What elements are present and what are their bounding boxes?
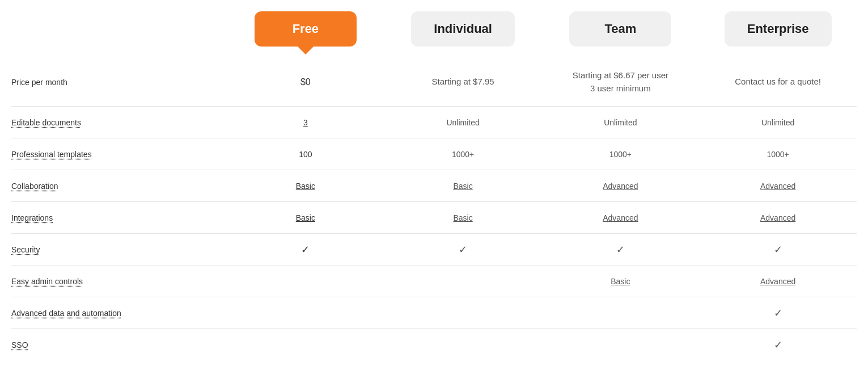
- enterprise-plan-badge[interactable]: Enterprise: [725, 11, 832, 47]
- collaboration-free: Basic: [227, 182, 384, 191]
- integrations-free: Basic: [227, 213, 384, 222]
- professional-templates-label: Professional templates: [11, 150, 227, 159]
- team-plan-badge[interactable]: Team: [569, 11, 671, 47]
- editable-documents-team: Unlimited: [542, 118, 700, 127]
- integrations-team: Advanced: [542, 213, 700, 222]
- sso-enterprise: ✓: [699, 339, 857, 351]
- sso-row: SSO ✓: [11, 328, 857, 360]
- professional-templates-row: Professional templates 100 1000+ 1000+ 1…: [11, 138, 857, 170]
- editable-documents-individual: Unlimited: [384, 118, 542, 127]
- easy-admin-controls-row: Easy admin controls Basic Advanced: [11, 265, 857, 297]
- integrations-individual: Basic: [384, 213, 542, 222]
- header-row: Free Individual Team Enterprise: [0, 11, 868, 47]
- security-enterprise: ✓: [699, 243, 857, 256]
- easy-admin-controls-team: Basic: [542, 277, 700, 286]
- plan-enterprise-header: Enterprise: [699, 11, 857, 47]
- collaboration-enterprise: Advanced: [699, 182, 857, 191]
- team-price: Starting at $6.67 per user 3 user minimu…: [542, 69, 700, 95]
- editable-documents-enterprise: Unlimited: [699, 118, 857, 127]
- free-price: $0: [227, 75, 384, 89]
- collaboration-team: Advanced: [542, 182, 700, 191]
- individual-price: Starting at $7.95: [384, 75, 542, 89]
- integrations-row: Integrations Basic Basic Advanced Advanc…: [11, 201, 857, 233]
- advanced-data-automation-row: Advanced data and automation ✓: [11, 297, 857, 328]
- plan-individual-header: Individual: [384, 11, 542, 47]
- professional-templates-free: 100: [227, 150, 384, 159]
- pricing-table: Free Individual Team Enterprise Price pe…: [0, 0, 868, 375]
- editable-documents-label: Editable documents: [11, 118, 227, 127]
- security-individual: ✓: [384, 243, 542, 256]
- advanced-data-automation-label: Advanced data and automation: [11, 309, 227, 318]
- price-per-month-row: Price per month $0 Starting at $7.95 Sta…: [11, 64, 857, 106]
- professional-templates-team: 1000+: [542, 150, 700, 159]
- individual-plan-badge[interactable]: Individual: [411, 11, 515, 47]
- price-label: Price per month: [11, 78, 227, 87]
- integrations-label: Integrations: [11, 213, 227, 222]
- sso-label: SSO: [11, 340, 227, 349]
- security-free: ✓: [227, 243, 384, 256]
- advanced-data-automation-enterprise: ✓: [699, 307, 857, 319]
- professional-templates-enterprise: 1000+: [699, 150, 857, 159]
- editable-documents-free: 3: [227, 118, 384, 127]
- security-label: Security: [11, 245, 227, 254]
- data-rows: Price per month $0 Starting at $7.95 Sta…: [0, 64, 868, 360]
- collaboration-row: Collaboration Basic Basic Advanced Advan…: [11, 170, 857, 201]
- editable-documents-row: Editable documents 3 Unlimited Unlimited…: [11, 106, 857, 138]
- security-row: Security ✓ ✓ ✓ ✓: [11, 233, 857, 265]
- plan-team-header: Team: [542, 11, 700, 47]
- professional-templates-individual: 1000+: [384, 150, 542, 159]
- security-team: ✓: [542, 243, 700, 256]
- enterprise-price: Contact us for a quote!: [699, 75, 857, 89]
- easy-admin-controls-label: Easy admin controls: [11, 277, 227, 286]
- free-plan-badge[interactable]: Free: [255, 11, 357, 47]
- collaboration-individual: Basic: [384, 182, 542, 191]
- plan-free-header: Free: [227, 11, 384, 47]
- integrations-enterprise: Advanced: [699, 213, 857, 222]
- collaboration-label: Collaboration: [11, 182, 227, 191]
- easy-admin-controls-enterprise: Advanced: [699, 277, 857, 286]
